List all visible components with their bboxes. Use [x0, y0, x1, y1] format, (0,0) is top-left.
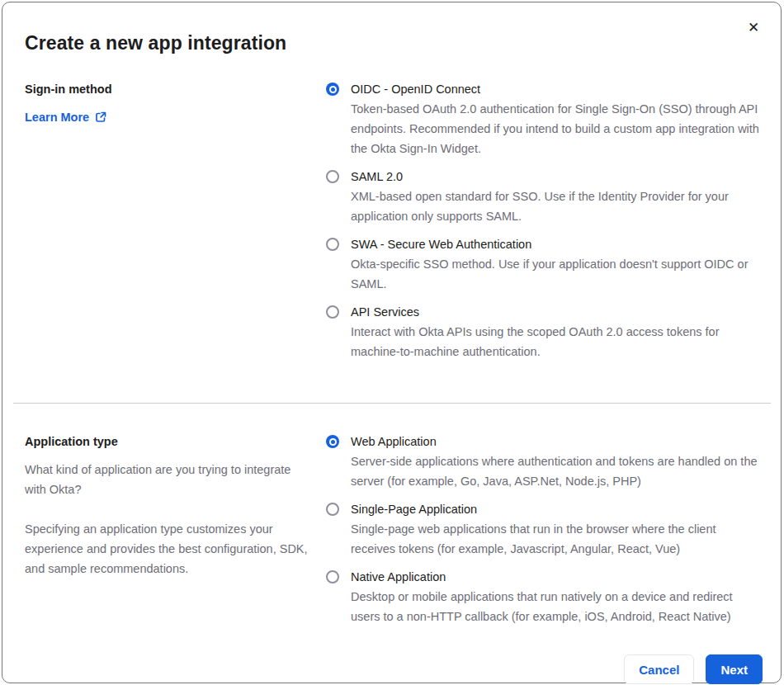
external-link-icon: [95, 111, 106, 123]
option-description: Desktop or mobile applications that run …: [351, 587, 763, 626]
option-label: Web Application: [351, 432, 763, 451]
option-label: API Services: [351, 302, 763, 322]
option-description: Interact with Okta APIs using the scoped…: [351, 322, 763, 361]
create-app-integration-dialog: ✕ Create a new app integration Sign-in m…: [2, 2, 782, 683]
radio-unselected-icon[interactable]: [326, 170, 339, 183]
option-label: SWA - Secure Web Authentication: [351, 234, 763, 254]
application-type-label: Application type: [25, 432, 308, 451]
cancel-button[interactable]: Cancel: [624, 654, 694, 684]
dialog-title: Create a new app integration: [25, 32, 763, 54]
section-divider: [13, 403, 771, 404]
option-label: OIDC - OpenID Connect: [351, 79, 763, 99]
learn-more-label: Learn More: [25, 107, 89, 127]
radio-option-saml[interactable]: SAML 2.0 XML-based open standard for SSO…: [326, 167, 763, 226]
radio-selected-icon[interactable]: [326, 435, 339, 448]
option-description: XML-based open standard for SSO. Use if …: [351, 187, 763, 226]
radio-option-single-page-application[interactable]: Single-Page Application Single-page web …: [326, 499, 763, 559]
radio-option-swa[interactable]: SWA - Secure Web Authentication Okta-spe…: [326, 234, 763, 294]
option-description: Okta-specific SSO method. Use if your ap…: [351, 254, 763, 294]
radio-unselected-icon[interactable]: [326, 503, 339, 516]
radio-option-oidc[interactable]: OIDC - OpenID Connect Token-based OAuth …: [326, 79, 763, 158]
signin-method-label: Sign-in method: [25, 79, 308, 99]
radio-selected-icon[interactable]: [326, 83, 339, 96]
option-label: Native Application: [351, 567, 763, 587]
signin-method-section: Sign-in method Learn More OIDC - OpenID …: [23, 79, 763, 370]
next-button[interactable]: Next: [706, 654, 763, 684]
option-description: Single-page web applications that run in…: [351, 519, 763, 559]
learn-more-link[interactable]: Learn More: [25, 107, 106, 127]
close-icon[interactable]: ✕: [744, 19, 763, 37]
option-label: Single-Page Application: [351, 499, 763, 519]
radio-option-native-application[interactable]: Native Application Desktop or mobile app…: [326, 567, 763, 626]
radio-unselected-icon[interactable]: [326, 305, 339, 319]
application-type-question: What kind of application are you trying …: [25, 460, 308, 499]
radio-option-web-application[interactable]: Web Application Server-side applications…: [326, 432, 763, 491]
option-label: SAML 2.0: [351, 167, 763, 187]
radio-option-api-services[interactable]: API Services Interact with Okta APIs usi…: [326, 302, 763, 361]
option-description: Server-side applications where authentic…: [351, 451, 763, 491]
radio-unselected-icon[interactable]: [326, 238, 339, 251]
radio-unselected-icon[interactable]: [326, 570, 339, 583]
option-description: Token-based OAuth 2.0 authentication for…: [351, 99, 763, 158]
application-type-section: Application type What kind of applicatio…: [23, 432, 763, 635]
application-type-help-text: Specifying an application type customize…: [25, 519, 308, 579]
dialog-footer: Cancel Next: [23, 654, 763, 685]
